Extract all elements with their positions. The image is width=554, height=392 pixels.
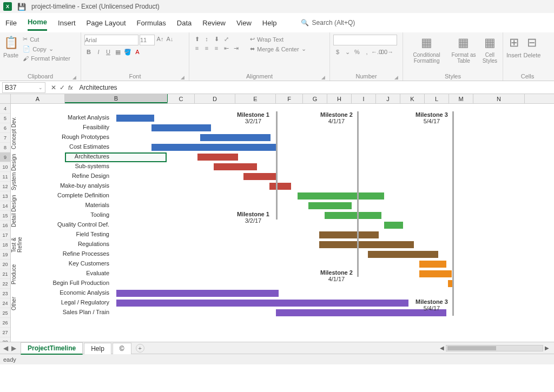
row-header-22[interactable]: 22 xyxy=(0,279,10,289)
orientation-icon[interactable]: ⤢ xyxy=(222,35,230,43)
horizontal-scrollbar[interactable]: ◀ ▶ xyxy=(144,344,554,352)
dialog-launcher-icon[interactable]: ◢ xyxy=(394,75,398,80)
task-name[interactable]: Key Customers xyxy=(22,260,113,267)
align-top-icon[interactable]: ⬆ xyxy=(193,35,201,43)
task-name[interactable]: Regulations xyxy=(22,241,113,247)
fill-color-button[interactable]: 🪣 xyxy=(123,48,132,56)
currency-button[interactable]: $ xyxy=(333,48,342,56)
row-header-14[interactable]: 14 xyxy=(0,201,10,211)
row-header-11[interactable]: 11 xyxy=(0,172,10,182)
row-header-8[interactable]: 8 xyxy=(0,143,10,152)
underline-button[interactable]: U xyxy=(104,48,113,56)
save-icon[interactable]: 💾 xyxy=(17,3,26,11)
delete-cells-button[interactable]: ⊟Delete xyxy=(524,35,541,58)
tab-home[interactable]: Home xyxy=(28,15,47,31)
scroll-track[interactable] xyxy=(446,345,543,351)
align-center-icon[interactable]: ≡ xyxy=(202,44,211,52)
task-name[interactable]: Legal / Regulatory xyxy=(22,299,113,305)
row-header-26[interactable]: 26 xyxy=(0,318,10,328)
increase-font-icon[interactable]: A↑ xyxy=(156,35,164,43)
font-size-select[interactable] xyxy=(140,35,155,45)
row-header-25[interactable]: 25 xyxy=(0,308,10,318)
comma-button[interactable]: , xyxy=(362,48,371,56)
align-left-icon[interactable]: ≡ xyxy=(193,44,201,52)
row-header-6[interactable]: 6 xyxy=(0,123,10,133)
border-button[interactable]: ▦ xyxy=(114,48,122,56)
fx-icon[interactable]: fx xyxy=(68,84,73,91)
task-name[interactable]: Tooling xyxy=(22,211,113,218)
row-header-7[interactable]: 7 xyxy=(0,133,10,143)
cut-button[interactable]: ✂Cut xyxy=(21,35,72,44)
task-name[interactable]: Economic Analysis xyxy=(22,289,113,296)
task-name[interactable]: Quality Control Def. xyxy=(22,221,113,228)
conditional-formatting-button[interactable]: ▦Conditional Formatting xyxy=(406,35,447,64)
dialog-launcher-icon[interactable]: ◢ xyxy=(181,75,184,80)
tab-formulas[interactable]: Formulas xyxy=(137,16,166,30)
col-header-H[interactable]: H xyxy=(327,94,352,103)
row-header-12[interactable]: 12 xyxy=(0,182,10,191)
format-as-table-button[interactable]: ▦Format as Table xyxy=(449,35,478,64)
decrease-font-icon[interactable]: A↓ xyxy=(166,35,174,43)
tab-review[interactable]: Review xyxy=(202,16,226,30)
task-name[interactable]: Cost Estimates xyxy=(22,143,113,150)
col-header-F[interactable]: F xyxy=(276,94,303,103)
font-color-button[interactable]: A xyxy=(133,48,142,56)
task-name[interactable]: Sales Plan / Train xyxy=(22,309,113,315)
align-middle-icon[interactable]: ↕ xyxy=(202,35,211,43)
align-right-icon[interactable]: ≡ xyxy=(212,44,221,52)
col-header-J[interactable]: J xyxy=(376,94,400,103)
scroll-left-icon[interactable]: ◀ xyxy=(438,344,446,352)
row-header-16[interactable]: 16 xyxy=(0,221,10,230)
task-name[interactable]: Complete Definition xyxy=(22,192,113,198)
spreadsheet-grid[interactable]: 4567891011121314151617181920212223242526… xyxy=(0,104,554,342)
row-header-27[interactable]: 27 xyxy=(0,328,10,337)
row-header-5[interactable]: 5 xyxy=(0,114,10,123)
col-header-L[interactable]: L xyxy=(425,94,449,103)
task-name[interactable]: Rough Prototypes xyxy=(22,134,113,140)
row-header-13[interactable]: 13 xyxy=(0,191,10,201)
bold-button[interactable]: B xyxy=(84,48,93,56)
scroll-thumb[interactable] xyxy=(447,346,496,350)
row-header-28[interactable]: 28 xyxy=(0,337,10,342)
tab-insert[interactable]: Insert xyxy=(58,16,76,30)
row-header-20[interactable]: 20 xyxy=(0,260,10,269)
cancel-icon[interactable]: ✕ xyxy=(51,84,56,91)
align-bottom-icon[interactable]: ⬇ xyxy=(212,35,221,43)
col-header-C[interactable]: C xyxy=(168,94,195,103)
merge-center-button[interactable]: ⬌Merge & Center ⌄ xyxy=(248,44,308,54)
row-header-24[interactable]: 24 xyxy=(0,298,10,308)
formula-input[interactable]: Architectures xyxy=(76,82,554,93)
indent-dec-icon[interactable]: ⇤ xyxy=(222,44,230,52)
row-header-18[interactable]: 18 xyxy=(0,240,10,250)
tab-help[interactable]: Help xyxy=(262,16,277,30)
cell-styles-button[interactable]: ▦Cell Styles xyxy=(480,35,499,64)
search-area[interactable]: 🔍 Search (Alt+Q) xyxy=(301,19,355,26)
name-box[interactable]: B37 ⌄ xyxy=(2,82,45,93)
dialog-launcher-icon[interactable]: ◢ xyxy=(321,75,325,80)
indent-inc-icon[interactable]: ⇥ xyxy=(232,44,240,52)
row-header-15[interactable]: 15 xyxy=(0,211,10,221)
tab-page-layout[interactable]: Page Layout xyxy=(87,16,126,30)
col-header-G[interactable]: G xyxy=(303,94,327,103)
copy-button[interactable]: 📄Copy ⌄ xyxy=(21,44,72,54)
task-name[interactable]: Begin Full Production xyxy=(22,280,113,286)
row-header-21[interactable]: 21 xyxy=(0,269,10,279)
row-header-4[interactable]: 4 xyxy=(0,104,10,114)
row-header-17[interactable]: 17 xyxy=(0,230,10,240)
col-header-D[interactable]: D xyxy=(195,94,235,103)
sheet-tab-active[interactable]: ProjectTimeline xyxy=(21,342,83,355)
tab-nav-next-icon[interactable]: ▶ xyxy=(11,344,16,352)
tab-file[interactable]: File xyxy=(5,16,17,30)
row-header-10[interactable]: 10 xyxy=(0,162,10,172)
col-header-B[interactable]: B xyxy=(65,94,168,103)
add-sheet-button[interactable]: + xyxy=(136,344,144,353)
task-name[interactable]: Make-buy analysis xyxy=(22,182,113,189)
row-header-19[interactable]: 19 xyxy=(0,250,10,260)
col-header-N[interactable]: N xyxy=(473,94,525,103)
insert-cells-button[interactable]: ⊞Insert xyxy=(506,35,522,58)
tab-nav-prev-icon[interactable]: ◀ xyxy=(3,344,8,352)
italic-button[interactable]: I xyxy=(94,48,103,56)
col-header-M[interactable]: M xyxy=(449,94,473,103)
percent-button[interactable]: % xyxy=(353,48,361,56)
task-name[interactable]: Materials xyxy=(22,202,113,208)
